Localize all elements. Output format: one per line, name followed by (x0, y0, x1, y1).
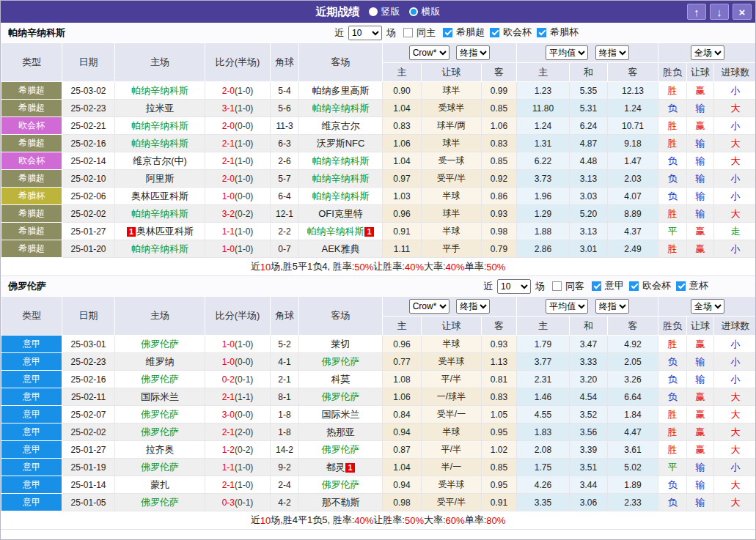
move-up-button[interactable]: ↑ (687, 4, 706, 20)
home-team-name: 佛罗伦萨 (141, 462, 179, 473)
corner-count: 8-1 (271, 388, 299, 406)
recent-count-select[interactable]: 10 (348, 26, 382, 40)
match-date: 25-02-02 (62, 424, 115, 441)
close-button[interactable]: × (733, 4, 752, 20)
result-wdl: 负 (658, 152, 687, 170)
checkbox-checked-icon (592, 281, 601, 291)
halftime-score: (0-0) (235, 191, 253, 201)
league-type-badge: 意甲 (1, 336, 62, 353)
asian-home-odds: 0.96 (383, 205, 422, 223)
col-away: 客场 (299, 297, 383, 336)
home-team-cell: 帕纳辛纳科斯 (115, 135, 205, 152)
euro-draw-odds: 3.20 (570, 371, 608, 388)
away-team-name: 那不勒斯 (322, 497, 360, 508)
league-filter-checkbox[interactable]: 欧会杯 (485, 26, 532, 39)
league-type-badge: 意甲 (1, 388, 62, 406)
halftime-score: (1-0) (235, 86, 253, 96)
layout-horizontal-radio[interactable]: 横版 (409, 5, 441, 18)
corner-count: 6-3 (271, 135, 299, 152)
league-filter-checkbox[interactable]: 希腊超 (438, 26, 485, 39)
corner-count: 5-7 (271, 170, 299, 188)
fulltime-score: 1-0 (222, 339, 235, 349)
col-euro-home: 主 (517, 63, 570, 82)
score-cell: 1-0(0-0) (205, 353, 271, 371)
euro-odds-source-select[interactable]: 平均值 (546, 45, 588, 60)
euro-odds-source-select[interactable]: 平均值 (546, 299, 588, 314)
odds-company-select[interactable]: Crow* (409, 45, 449, 60)
asian-odds-time-select[interactable]: 终指 (456, 45, 490, 60)
euro-odds-time-select[interactable]: 终指 (595, 299, 629, 314)
layout-vertical-radio[interactable]: 竖版 (369, 5, 400, 18)
league-filter-checkbox[interactable]: 希腊杯 (532, 26, 579, 39)
league-filter-group: 希腊超欧会杯希腊杯 (438, 26, 579, 40)
league-type-badge: 意甲 (1, 494, 62, 511)
result-handicap: 赢 (687, 388, 714, 406)
red-card-count: 1 (127, 227, 136, 237)
corner-count: 2-4 (271, 476, 299, 494)
league-filter-checkbox[interactable]: 欧会杯 (624, 279, 671, 292)
col-euro-away: 客 (608, 63, 658, 82)
league-type-badge: 意甲 (1, 476, 62, 494)
league-filter-group: 意甲欧会杯意杯 (587, 279, 708, 293)
result-wdl: 负 (658, 494, 687, 511)
home-team-cell: 帕纳辛纳科斯 (115, 117, 205, 135)
home-team-name: 维京古尔(中) (133, 155, 187, 166)
match-date: 25-03-01 (62, 336, 115, 353)
result-goals: 大 (714, 135, 756, 152)
halftime-score: (1-0) (235, 103, 253, 114)
euro-draw-odds: 3.52 (570, 406, 608, 424)
home-team-section: 帕纳辛纳科斯 近 10 场 同主 希腊超欧会杯希腊杯 类型 (1, 23, 755, 276)
halftime-score: (0-2) (235, 209, 253, 219)
euro-draw-odds: 5.20 (570, 205, 608, 223)
summary-text: 50% (405, 515, 424, 526)
games-label: 场 (535, 280, 545, 293)
league-filter-checkbox[interactable]: 意杯 (671, 279, 708, 292)
result-handicap: 输 (687, 170, 714, 188)
euro-draw-odds: 3.13 (570, 170, 608, 188)
score-cell: 2-1(1-0) (205, 152, 271, 170)
home-team-name: 佛罗伦萨 (141, 497, 179, 508)
move-down-button[interactable]: ↓ (710, 4, 729, 20)
home-team-name: 佛罗伦萨 (141, 409, 179, 420)
result-handicap: 输 (687, 188, 714, 205)
same-venue-checkbox[interactable]: 同客 (547, 280, 584, 293)
asian-odds-time-select[interactable]: 终指 (456, 299, 490, 314)
match-date: 25-01-19 (62, 459, 115, 476)
halftime-score: (1-0) (235, 480, 253, 490)
euro-away-odds: 4.07 (608, 188, 658, 205)
match-row: 意甲 25-01-14 蒙扎 2-1(1-0) 2-4 佛罗伦萨 0.94 受半… (1, 476, 756, 494)
score-cell: 0-2(0-1) (205, 371, 271, 388)
recent-count-select[interactable]: 10 (497, 279, 531, 294)
match-row: 希腊超 25-03-02 帕纳辛纳科斯 2-0(1-0) 5-4 帕纳多里高斯 … (1, 82, 756, 100)
fulltime-score: 1-2 (222, 445, 235, 455)
match-date: 25-01-27 (62, 223, 115, 240)
league-type-badge: 希腊超 (1, 205, 62, 223)
match-scope-select[interactable]: 全场 (691, 45, 724, 60)
euro-home-odds: 1.96 (517, 188, 570, 205)
result-handicap: 输 (687, 100, 714, 117)
euro-home-odds: 6.22 (517, 152, 570, 170)
result-wdl: 胜 (658, 135, 687, 152)
asian-home-odds: 1.06 (383, 388, 422, 406)
league-filter-checkbox[interactable]: 意甲 (587, 279, 624, 292)
result-goals: 大 (714, 406, 756, 424)
asian-handicap: 受平/半 (422, 170, 482, 188)
away-team-cell: 帕纳多里高斯 (299, 82, 383, 100)
result-handicap: 赢 (687, 336, 714, 353)
same-venue-checkbox[interactable]: 同主 (398, 26, 436, 40)
corner-count: 0-7 (271, 240, 299, 258)
league-type-badge: 希腊超 (1, 170, 62, 188)
home-team-cell: 国际米兰 (115, 388, 205, 406)
asian-home-odds: 0.98 (383, 494, 422, 511)
away-team-name: 国际米兰 (322, 409, 360, 420)
away-team-cell: 维京古尔 (299, 117, 383, 135)
fulltime-score: 3-0 (222, 410, 235, 420)
odds-company-select[interactable]: Crow* (409, 299, 449, 314)
league-type-badge: 希腊超 (1, 135, 62, 152)
euro-away-odds: 5.02 (608, 459, 658, 476)
scope-controls: 全场 (658, 43, 756, 63)
away-team-name: 佛罗伦萨 (322, 444, 360, 455)
match-scope-select[interactable]: 全场 (691, 299, 724, 314)
euro-odds-time-select[interactable]: 终指 (595, 45, 629, 60)
away-team-cell: 帕纳辛纳科斯 (299, 100, 383, 117)
